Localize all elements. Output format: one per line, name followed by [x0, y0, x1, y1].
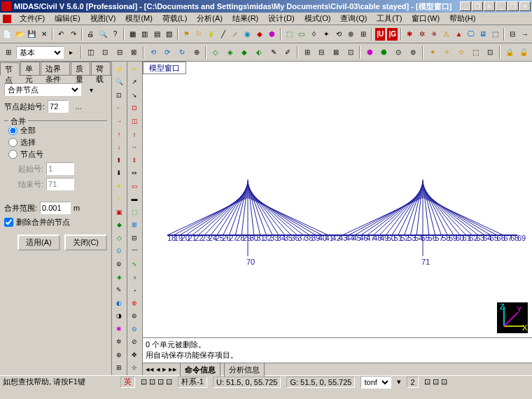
arrow-icon[interactable]: → — [519, 27, 531, 41]
tool-d-icon[interactable]: ╱ — [218, 27, 230, 41]
apply-button[interactable]: 适用(A) — [18, 234, 60, 251]
vt2-g-icon[interactable]: ↔ — [128, 141, 141, 153]
vt1-down-icon[interactable]: ↓ — [113, 141, 125, 153]
status-unit-select[interactable]: tonf — [360, 376, 391, 388]
rot2-icon[interactable]: ⟳ — [161, 46, 175, 59]
blue1-icon[interactable]: 🖵 — [465, 27, 477, 41]
play-icon[interactable]: ▸ — [64, 46, 78, 59]
vt2-m-icon[interactable]: ⊞ — [128, 219, 141, 232]
vt2-e-icon[interactable]: ◫ — [128, 115, 141, 127]
vt2-f-icon[interactable]: ↕ — [128, 128, 141, 141]
vt1-m-icon[interactable]: ◑ — [113, 309, 125, 322]
red3-icon[interactable]: ✳ — [428, 27, 440, 41]
p4-icon[interactable]: ⊚ — [406, 46, 420, 59]
vt1-f-icon[interactable]: ◆ — [113, 219, 125, 232]
child-restore-button[interactable]: ❐ — [507, 1, 519, 11]
vt2-r-icon[interactable]: ⬩ — [128, 284, 141, 296]
tool-e-icon[interactable]: ⟋ — [230, 27, 241, 41]
menu-load[interactable]: 荷载(L) — [158, 13, 191, 24]
range-input[interactable] — [40, 202, 71, 214]
close-panel-button[interactable]: 关闭(C) — [64, 234, 107, 251]
menu-mode[interactable]: 模式(O) — [300, 13, 335, 24]
grid1-icon[interactable]: ▦ — [127, 27, 139, 41]
radio-all[interactable] — [8, 126, 18, 135]
view2-icon[interactable]: ▭ — [296, 27, 308, 41]
lock-icon[interactable]: 🔒 — [503, 46, 517, 59]
tab-node[interactable]: 节点 — [0, 62, 20, 76]
delete-check[interactable] — [4, 218, 13, 227]
vt1-n-icon[interactable]: ✱ — [113, 323, 125, 335]
vt1-d-icon[interactable]: ✧ — [113, 192, 125, 205]
grid2-icon[interactable]: ▥ — [139, 27, 150, 41]
view6-icon[interactable]: ⊕ — [345, 27, 357, 41]
vt1-left-icon[interactable]: ← — [113, 102, 125, 115]
b4-icon[interactable]: ⊡ — [344, 46, 358, 59]
vt2-o-icon[interactable]: 〰 — [128, 245, 141, 258]
grid4-icon[interactable]: ▧ — [163, 27, 175, 41]
vt2-v-icon[interactable]: ⊘ — [128, 335, 141, 348]
gp5-icon[interactable]: ✎ — [267, 46, 281, 59]
vt1-k-icon[interactable]: ✎ — [113, 284, 125, 296]
child-minimize-button[interactable]: _ — [496, 1, 507, 11]
bottom-nav-icons[interactable]: ◂◂ ◂ ▸ ▸▸ — [146, 365, 177, 374]
gp3-icon[interactable]: ◆ — [238, 46, 252, 59]
bottom-tab-analysis[interactable]: 分析信息 — [224, 363, 265, 377]
gp6-icon[interactable]: ✐ — [281, 46, 295, 59]
vt1-right-icon[interactable]: → — [113, 115, 125, 127]
menu-file[interactable]: 文件(F) — [15, 13, 49, 24]
canvas-tab-model[interactable]: 模型窗口 — [143, 62, 186, 74]
print-icon[interactable]: 🖨 — [85, 27, 97, 41]
vt1-c-icon[interactable]: ✦ — [113, 180, 125, 192]
vt2-u-icon[interactable]: ⊝ — [128, 323, 141, 335]
unlock-icon[interactable]: 🔓 — [517, 46, 531, 59]
vt2-s-icon[interactable]: ⊛ — [128, 297, 141, 309]
child-close-button[interactable]: × — [519, 1, 531, 11]
vt1-g-icon[interactable]: ◇ — [113, 232, 125, 244]
b1-icon[interactable]: ⊞ — [300, 46, 314, 59]
tool-c-icon[interactable]: ⧫ — [205, 27, 217, 41]
vt2-p-icon[interactable]: ∿ — [128, 258, 141, 270]
vt1-o-icon[interactable]: ✲ — [113, 335, 125, 348]
tree-icon[interactable]: ⊟ — [507, 27, 519, 41]
view7-icon[interactable]: ⊞ — [357, 27, 369, 41]
red1-icon[interactable]: ✱ — [404, 27, 416, 41]
g-icon[interactable]: |G — [386, 27, 398, 41]
tool-g-icon[interactable]: ◆ — [254, 27, 266, 41]
bottom-tab-cmd[interactable]: 命令信息 — [180, 363, 220, 377]
maximize-button[interactable]: ❐ — [472, 1, 483, 11]
vt2-l-icon[interactable]: ⬚ — [128, 206, 141, 218]
b3-icon[interactable]: ⊠ — [329, 46, 343, 59]
redo-icon[interactable]: ↷ — [68, 27, 80, 41]
minimize-button[interactable]: _ — [460, 1, 471, 11]
undo-icon[interactable]: ↶ — [55, 27, 67, 41]
gp2-icon[interactable]: ◈ — [223, 46, 237, 59]
el4-icon[interactable]: ⊠ — [127, 46, 141, 59]
b2-icon[interactable]: ⊟ — [315, 46, 329, 59]
vt2-x-icon[interactable]: ⊹ — [128, 362, 141, 374]
menu-window[interactable]: 窗口(W) — [407, 13, 444, 24]
y5-icon[interactable]: ⊡ — [483, 46, 497, 59]
p2-icon[interactable]: ⬣ — [377, 46, 391, 59]
tab-boundary[interactable]: 边界条件 — [41, 62, 70, 75]
tool-h-icon[interactable]: ⬢ — [267, 27, 279, 41]
operation-select[interactable]: 合并节点 — [4, 83, 81, 96]
radio-node[interactable] — [8, 150, 18, 159]
close-doc-icon[interactable]: ✕ — [38, 27, 50, 41]
view5-icon[interactable]: ⟲ — [332, 27, 344, 41]
preview-icon[interactable]: 🔍 — [97, 27, 109, 41]
help-icon[interactable]: ? — [109, 27, 121, 41]
y1-icon[interactable]: ✦ — [426, 46, 440, 59]
vt2-w-icon[interactable]: ✥ — [128, 349, 141, 361]
y4-icon[interactable]: ⬚ — [469, 46, 483, 59]
vt2-b-icon[interactable]: ↗ — [128, 76, 141, 89]
vt1-h-icon[interactable]: ⊙ — [113, 245, 125, 258]
vt1-l-icon[interactable]: ◐ — [113, 297, 125, 309]
radio-select[interactable] — [8, 138, 18, 147]
u-icon[interactable]: |U — [374, 27, 386, 41]
tree2-icon[interactable]: ⊞ — [1, 46, 15, 59]
menu-analysis[interactable]: 分析(A) — [192, 13, 227, 24]
viewport[interactable]: 70 71 1819202122232425262728293031323334… — [143, 74, 532, 337]
el1-icon[interactable]: ◫ — [84, 46, 98, 59]
vt2-q-icon[interactable]: ⬨ — [128, 271, 141, 284]
rot1-icon[interactable]: ⟲ — [146, 46, 160, 59]
